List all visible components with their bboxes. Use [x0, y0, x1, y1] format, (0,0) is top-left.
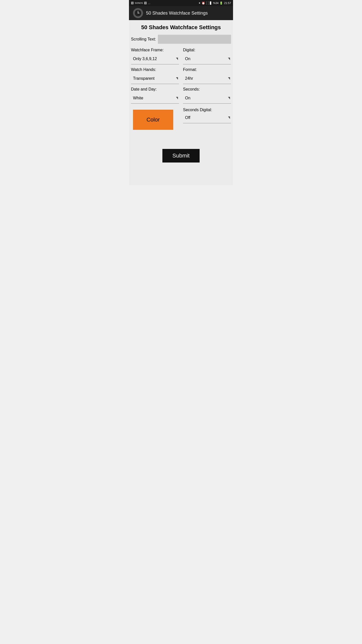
status-bar: 🖼 SONOS 🖼 … ✦ ⏰ ⛶ ▋ %34 🔋 21:57	[129, 0, 233, 6]
watch-hands-value: Transparent	[133, 76, 155, 81]
watch-hands-cell: Watch Hands: Transparent	[129, 65, 181, 85]
app-bar: 50 Shades Watchface Settings	[129, 6, 233, 20]
seconds-label: Seconds:	[183, 87, 231, 92]
format-value: 24hr	[185, 76, 193, 81]
seconds-digital-select[interactable]: Off	[183, 112, 231, 123]
wifi-icon: ⛶	[206, 2, 209, 5]
format-select[interactable]: 24hr	[183, 73, 231, 84]
seconds-arrow	[228, 97, 230, 99]
watchface-frame-cell: Watchface Frame: Only 3,6,9,12	[129, 46, 181, 65]
alarm-icon: ⏰	[202, 2, 205, 5]
format-label: Format:	[183, 67, 231, 72]
seconds-digital-cell: Seconds Digital: Off	[181, 106, 233, 134]
watchface-frame-select[interactable]: Only 3,6,9,12	[131, 53, 179, 64]
scrolling-text-label: Scrolling Text:	[131, 37, 156, 42]
app-icon	[133, 8, 143, 18]
image-icon: 🖼	[144, 2, 147, 5]
date-day-arrow	[176, 97, 178, 99]
digital-arrow	[228, 58, 230, 60]
watch-hands-select[interactable]: Transparent	[131, 73, 179, 84]
digital-value: On	[185, 57, 190, 61]
watchface-frame-value: Only 3,6,9,12	[133, 57, 157, 61]
format-cell: Format: 24hr	[181, 65, 233, 85]
date-day-value: White	[133, 96, 143, 100]
watchface-frame-label: Watchface Frame:	[131, 48, 179, 52]
gallery-icon: 🖼	[131, 2, 134, 5]
battery-icon: 🔋	[219, 2, 223, 5]
status-bar-right: ✦ ⏰ ⛶ ▋ %34 🔋 21:57	[198, 2, 231, 5]
seconds-select[interactable]: On	[183, 93, 231, 104]
scrolling-text-input[interactable]	[158, 35, 231, 44]
watchface-frame-arrow	[176, 58, 178, 60]
bottom-section: Color Seconds Digital: Off	[129, 106, 233, 134]
settings-grid: Watchface Frame: Only 3,6,9,12 Digital: …	[129, 45, 233, 106]
submit-row: Submit	[129, 134, 233, 173]
scrolling-text-row: Scrolling Text:	[129, 34, 233, 45]
digital-select[interactable]: On	[183, 53, 231, 64]
watch-hands-label: Watch Hands:	[131, 67, 179, 72]
date-day-cell: Date and Day: White	[129, 85, 181, 105]
color-button[interactable]: Color	[133, 110, 173, 130]
seconds-digital-value: Off	[185, 115, 190, 120]
status-bar-left: 🖼 SONOS 🖼 …	[131, 2, 151, 5]
date-day-label: Date and Day:	[131, 87, 179, 92]
seconds-value: On	[185, 96, 190, 100]
format-arrow	[228, 77, 230, 80]
app-bar-title: 50 Shades Watchface Settings	[146, 11, 208, 16]
bluetooth-icon: ✦	[198, 2, 201, 5]
seconds-digital-label: Seconds Digital:	[183, 108, 212, 112]
seconds-digital-arrow	[228, 116, 230, 119]
battery-percent: %34	[213, 2, 218, 5]
watch-hands-arrow	[176, 77, 178, 80]
svg-point-4	[138, 13, 139, 14]
color-button-container: Color	[129, 106, 181, 134]
dots-icon: …	[148, 2, 151, 5]
date-day-select[interactable]: White	[131, 93, 179, 104]
digital-label: Digital:	[183, 48, 231, 52]
submit-button[interactable]: Submit	[162, 149, 200, 163]
sonos-icon: SONOS	[135, 2, 143, 4]
seconds-cell: Seconds: On	[181, 85, 233, 105]
page-title: 50 Shades Watchface Settings	[129, 20, 233, 34]
signal-icon: ▋	[210, 2, 212, 5]
digital-cell: Digital: On	[181, 46, 233, 65]
clock-time: 21:57	[224, 2, 231, 5]
main-content: 50 Shades Watchface Settings Scrolling T…	[129, 20, 233, 185]
